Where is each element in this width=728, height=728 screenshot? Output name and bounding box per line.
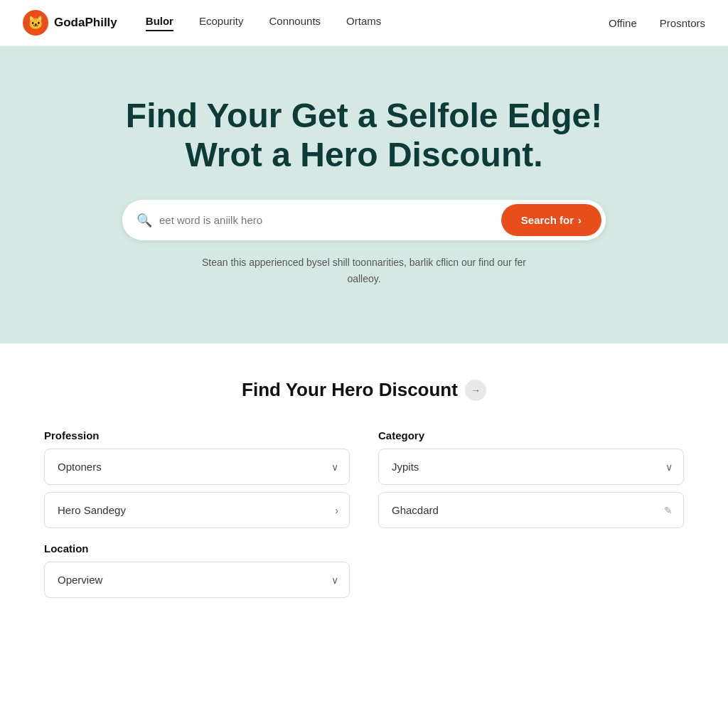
location-label: Location: [44, 542, 350, 555]
nav-links: Bulor Ecopurity Connounts Ortams: [146, 15, 609, 31]
profession-select-wrapper: Optoners ∨: [44, 449, 350, 485]
nav-right-prosntors[interactable]: Prosntors: [660, 17, 705, 29]
location-group: Location Operview ∨: [44, 542, 350, 598]
location-select[interactable]: Operview: [44, 562, 350, 598]
hero-title: Find Your Get a Selfole Edge! Wrot a Her…: [115, 96, 613, 174]
pencil-icon: ✎: [664, 505, 673, 516]
location-select-wrapper: Operview ∨: [44, 562, 350, 598]
profession-select[interactable]: Optoners: [44, 449, 350, 485]
category-column: Category Jypits ∨ ✎: [378, 429, 684, 612]
search-button[interactable]: Search for ›: [501, 204, 601, 236]
search-icon: 🔍: [136, 213, 152, 228]
navbar: 🐱 GodaPhilly Bulor Ecopurity Connounts O…: [0, 0, 728, 46]
hero-section: Find Your Get a Selfole Edge! Wrot a Her…: [0, 46, 728, 343]
hero-sub-text: Stean this apperienced bysel shill toonn…: [193, 255, 535, 287]
hero-sandegy-input[interactable]: [44, 492, 350, 528]
profession-group: Profession Optoners ∨ ›: [44, 429, 350, 528]
nav-link-bulor[interactable]: Bulor: [146, 15, 173, 31]
profession-label: Profession: [44, 429, 350, 441]
nav-link-ecopurity[interactable]: Ecopurity: [199, 15, 244, 31]
section-title-icon: →: [465, 380, 486, 401]
nav-link-connounts[interactable]: Connounts: [269, 15, 321, 31]
chevron-right-icon: ›: [335, 505, 338, 516]
nav-link-ortams[interactable]: Ortams: [346, 15, 381, 31]
ghacdard-input[interactable]: [378, 492, 684, 528]
chevron-right-icon: ›: [578, 214, 582, 226]
ghacdard-wrapper[interactable]: ✎: [378, 492, 684, 528]
logo-text: GodaPhilly: [54, 16, 117, 30]
profession-column: Profession Optoners ∨ › Location Oper: [44, 429, 350, 612]
nav-right-offine[interactable]: Offine: [609, 17, 637, 29]
logo-icon: 🐱: [23, 10, 48, 36]
search-bar: 🔍 Search for ›: [122, 200, 606, 240]
category-select-wrapper: Jypits ∨: [378, 449, 684, 485]
main-content: Find Your Hero Discount → Profession Opt…: [0, 343, 728, 641]
section-title: Find Your Hero Discount →: [28, 379, 700, 401]
category-group: Category Jypits ∨ ✎: [378, 429, 684, 528]
search-input[interactable]: [159, 214, 501, 226]
filter-grid: Profession Optoners ∨ › Location Oper: [44, 429, 684, 612]
category-label: Category: [378, 429, 684, 441]
logo-area[interactable]: 🐱 GodaPhilly: [23, 10, 117, 36]
nav-right: Offine Prosntors: [609, 17, 705, 29]
category-select[interactable]: Jypits: [378, 449, 684, 485]
hero-sandegy-wrapper[interactable]: ›: [44, 492, 350, 528]
